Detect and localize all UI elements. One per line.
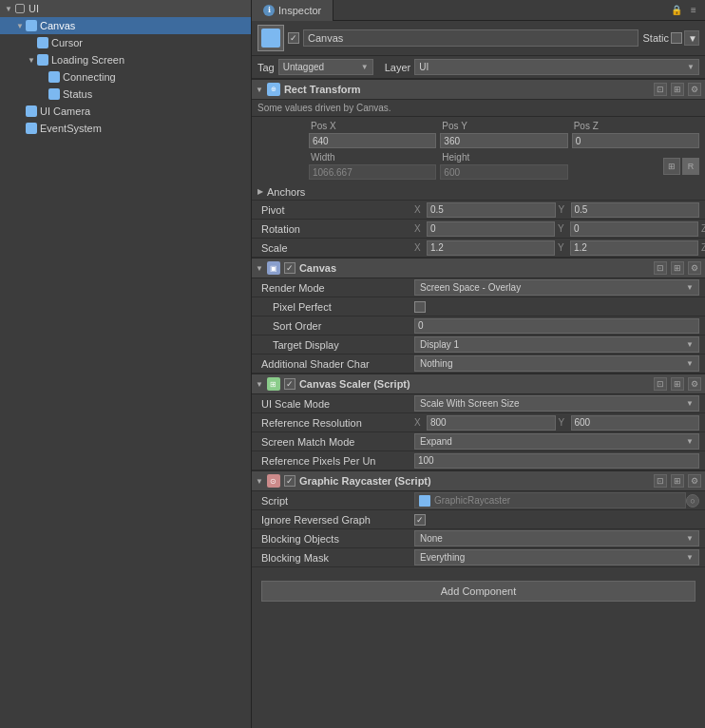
target-display-dropdown[interactable]: Display 1 ▼ bbox=[414, 336, 699, 353]
height-field[interactable] bbox=[440, 164, 567, 180]
rect-transform-layout-btn[interactable]: ⊞ bbox=[671, 83, 684, 96]
canvas-menu-btn[interactable]: ⚙ bbox=[688, 261, 701, 275]
label-cursor: Cursor bbox=[51, 37, 83, 48]
raycaster-layout-btn[interactable]: ⊞ bbox=[671, 474, 684, 488]
hierarchy-item-cursor[interactable]: ▶ Cursor bbox=[0, 34, 251, 51]
script-circle-btn[interactable]: ○ bbox=[686, 494, 699, 508]
static-checkbox[interactable] bbox=[671, 32, 682, 44]
pos-y-field[interactable] bbox=[440, 133, 567, 148]
ref-x-field[interactable] bbox=[427, 415, 556, 431]
hierarchy-item-loading-screen[interactable]: ▼ Loading Screen bbox=[0, 51, 251, 68]
sort-order-field[interactable] bbox=[414, 318, 699, 334]
hierarchy-item-connecting[interactable]: ▶ Connecting bbox=[0, 68, 251, 86]
rect-transform-menu-btn[interactable]: ⚙ bbox=[688, 83, 701, 96]
hierarchy-item-status[interactable]: ▶ Status bbox=[0, 86, 251, 103]
reference-resolution-label: Reference Resolution bbox=[257, 417, 414, 429]
scaler-layout-btn[interactable]: ⊞ bbox=[671, 377, 684, 391]
static-dropdown[interactable]: ▼ bbox=[684, 30, 699, 46]
canvas-scaler-title: Canvas Scaler (Script) bbox=[299, 378, 650, 390]
hierarchy-item-ui-camera[interactable]: ▶ UI Camera bbox=[0, 103, 251, 120]
canvas-comp-checkbox[interactable] bbox=[284, 262, 295, 274]
hierarchy-item-canvas[interactable]: ▼ Canvas bbox=[0, 17, 251, 34]
pivot-y-field[interactable] bbox=[571, 202, 700, 218]
ignore-reversed-checkbox[interactable] bbox=[414, 514, 426, 526]
label-event-system: EventSystem bbox=[40, 123, 102, 134]
tag-label: Tag bbox=[257, 62, 275, 73]
raycaster-menu-btn[interactable]: ⚙ bbox=[688, 474, 701, 488]
rot-y-field[interactable] bbox=[570, 221, 698, 237]
rect-transform-arrow[interactable]: ▼ bbox=[256, 86, 263, 94]
blocking-objects-dropdown[interactable]: None ▼ bbox=[414, 530, 699, 546]
graphic-raycaster-header: ▼ ⊙ Graphic Raycaster (Script) ⊡ ⊞ ⚙ bbox=[252, 470, 705, 491]
script-row: Script GraphicRaycaster ○ bbox=[252, 491, 705, 510]
reference-resolution-value: X Y bbox=[414, 415, 699, 431]
reset-btn[interactable]: R bbox=[682, 158, 699, 175]
canvas-comp-title: Canvas bbox=[299, 262, 650, 274]
tag-dropdown[interactable]: Untagged ▼ bbox=[278, 59, 373, 75]
script-field[interactable]: GraphicRaycaster bbox=[414, 492, 686, 508]
graphic-raycaster-checkbox[interactable] bbox=[284, 475, 295, 487]
rotation-value: X Y Z bbox=[414, 221, 705, 237]
add-component-button[interactable]: Add Component bbox=[261, 581, 695, 602]
hierarchy-item-event-system[interactable]: ▶ EventSystem bbox=[0, 120, 251, 137]
menu-button[interactable]: ≡ bbox=[686, 3, 701, 18]
screen-match-mode-dropdown[interactable]: Expand ▼ bbox=[414, 433, 699, 450]
canvas-ref-btn[interactable]: ⊡ bbox=[654, 261, 667, 275]
rect-transform-ref-btn[interactable]: ⊡ bbox=[654, 83, 667, 96]
scaler-ref-btn[interactable]: ⊡ bbox=[654, 377, 667, 391]
pos-z-field[interactable] bbox=[572, 133, 699, 148]
hierarchy-item-ui[interactable]: ▼ UI bbox=[0, 0, 251, 17]
scale-x-field[interactable] bbox=[427, 240, 555, 256]
rot-x-label: X bbox=[414, 223, 424, 234]
pixel-perfect-checkbox[interactable] bbox=[414, 301, 426, 313]
graphic-raycaster-arrow[interactable]: ▼ bbox=[256, 477, 263, 486]
label-connecting: Connecting bbox=[63, 71, 116, 83]
rot-x-field[interactable] bbox=[427, 221, 555, 237]
tab-actions: 🔒 ≡ bbox=[669, 3, 705, 18]
static-label: Static bbox=[642, 32, 669, 44]
pos-z-label: Pos Z bbox=[572, 121, 699, 131]
canvas-comp-arrow[interactable]: ▼ bbox=[256, 264, 263, 273]
target-display-arrow: ▼ bbox=[686, 340, 694, 349]
width-field[interactable] bbox=[309, 164, 436, 180]
info-icon: ℹ bbox=[263, 5, 275, 16]
ref-y-field[interactable] bbox=[571, 415, 700, 431]
tab-inspector[interactable]: ℹ Inspector bbox=[252, 0, 333, 21]
object-active-checkbox[interactable] bbox=[288, 32, 299, 44]
canvas-component-header: ▼ ▣ Canvas ⊡ ⊞ ⚙ bbox=[252, 258, 705, 278]
canvas-scaler-checkbox[interactable] bbox=[284, 378, 295, 390]
static-area: Static ▼ bbox=[642, 30, 699, 46]
raycaster-ref-btn[interactable]: ⊡ bbox=[654, 474, 667, 488]
additional-shader-value: Nothing bbox=[420, 358, 452, 369]
pixel-perfect-row: Pixel Perfect bbox=[252, 297, 705, 316]
pivot-x-field[interactable] bbox=[427, 202, 556, 218]
pivot-row: Pivot X Y bbox=[252, 201, 705, 220]
constrain-btn[interactable]: ⊞ bbox=[663, 158, 680, 175]
ref-pixels-row: Reference Pixels Per Un bbox=[252, 451, 705, 470]
layer-dropdown[interactable]: UI ▼ bbox=[414, 59, 699, 75]
render-mode-dropdown[interactable]: Screen Space - Overlay ▼ bbox=[414, 279, 699, 296]
canvas-scaler-arrow[interactable]: ▼ bbox=[256, 380, 263, 389]
pos-y-label: Pos Y bbox=[440, 121, 567, 131]
additional-shader-dropdown[interactable]: Nothing ▼ bbox=[414, 355, 699, 372]
anchors-row[interactable]: ▶ Anchors bbox=[252, 183, 705, 201]
object-header: Static ▼ bbox=[252, 21, 705, 56]
screen-match-mode-arrow: ▼ bbox=[686, 437, 694, 446]
graphic-raycaster-icon: ⊙ bbox=[267, 474, 280, 488]
scale-y-field[interactable] bbox=[570, 240, 698, 256]
object-name-field[interactable] bbox=[303, 29, 638, 47]
blocking-mask-dropdown[interactable]: Everything ▼ bbox=[414, 549, 699, 565]
tag-value: Untagged bbox=[283, 62, 324, 72]
label-loading-screen: Loading Screen bbox=[51, 54, 124, 66]
sort-order-label: Sort Order bbox=[257, 320, 414, 332]
scale-x-label: X bbox=[414, 242, 424, 253]
pos-x-field[interactable] bbox=[309, 133, 436, 148]
label-ui-camera: UI Camera bbox=[40, 105, 90, 117]
ref-pixels-field[interactable] bbox=[414, 453, 699, 469]
ui-scale-mode-label: UI Scale Mode bbox=[257, 398, 414, 410]
scaler-menu-btn[interactable]: ⚙ bbox=[688, 377, 701, 391]
anchors-arrow: ▶ bbox=[257, 187, 263, 196]
canvas-layout-btn[interactable]: ⊞ bbox=[671, 261, 684, 275]
ui-scale-mode-dropdown[interactable]: Scale With Screen Size ▼ bbox=[414, 395, 699, 412]
lock-button[interactable]: 🔒 bbox=[669, 3, 684, 18]
